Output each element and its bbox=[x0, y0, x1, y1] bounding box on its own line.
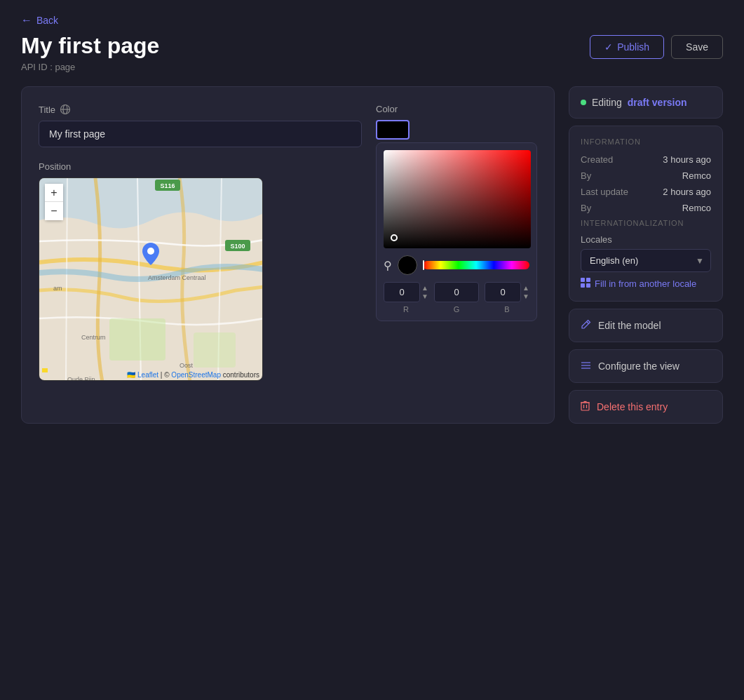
svg-rect-19 bbox=[581, 283, 585, 288]
r-input[interactable] bbox=[384, 282, 420, 302]
map-background: S116 S100 Amsterdam Centraal Centrum Oos… bbox=[39, 178, 263, 381]
header-actions: ✓ Publish Save bbox=[590, 14, 723, 59]
created-by-row: By Remco bbox=[581, 170, 711, 181]
svg-text:S116: S116 bbox=[160, 182, 175, 189]
by-label-1: By bbox=[581, 170, 591, 181]
created-value: 3 hours ago bbox=[663, 154, 711, 165]
attribution-contributors: contributors bbox=[223, 371, 259, 379]
edit-model-button[interactable]: Edit the model bbox=[569, 309, 723, 342]
r-label: R bbox=[403, 305, 409, 314]
delete-entry-button[interactable]: Delete this entry bbox=[569, 390, 723, 424]
b-up-arrow[interactable]: ▲ bbox=[522, 285, 529, 292]
color-tools-row: ⚲ bbox=[384, 255, 529, 275]
color-gradient[interactable] bbox=[384, 150, 531, 248]
svg-rect-15 bbox=[42, 368, 48, 372]
created-row: Created 3 hours ago bbox=[581, 154, 711, 165]
b-down-arrow[interactable]: ▼ bbox=[522, 293, 529, 300]
color-section: Color ⚲ bbox=[376, 104, 537, 381]
right-panel: Editing draft version INFORMATION Create… bbox=[569, 86, 723, 424]
rgb-inputs: ▲ ▼ R G bbox=[384, 282, 529, 314]
eyedropper-icon[interactable]: ⚲ bbox=[384, 259, 392, 272]
locales-label: Locales bbox=[581, 234, 711, 245]
svg-rect-20 bbox=[586, 283, 590, 288]
r-arrows: ▲ ▼ bbox=[421, 285, 428, 300]
zoom-in-button[interactable]: + bbox=[45, 184, 63, 202]
page-title: My first page bbox=[21, 32, 159, 59]
map-zoom-controls: + − bbox=[45, 184, 63, 220]
svg-rect-9 bbox=[194, 332, 236, 368]
locale-select-wrap: English (en) ▼ bbox=[581, 249, 711, 272]
color-cursor bbox=[391, 234, 398, 241]
b-arrows: ▲ ▼ bbox=[522, 285, 529, 300]
delete-icon bbox=[581, 401, 590, 413]
configure-view-icon bbox=[581, 360, 591, 372]
configure-view-button[interactable]: Configure the view bbox=[569, 349, 723, 383]
hue-slider[interactable] bbox=[423, 261, 529, 269]
check-icon: ✓ bbox=[604, 41, 613, 53]
save-button[interactable]: Save bbox=[671, 35, 723, 59]
delete-entry-label: Delete this entry bbox=[597, 401, 668, 412]
main-content: Title Position bbox=[0, 79, 744, 445]
back-arrow-icon: ← bbox=[21, 14, 32, 27]
color-preview[interactable] bbox=[376, 120, 410, 140]
updated-by-row: By Remco bbox=[581, 203, 711, 213]
svg-text:Centrum: Centrum bbox=[81, 334, 106, 341]
information-section-title: INFORMATION bbox=[581, 137, 711, 146]
title-input[interactable] bbox=[39, 121, 362, 147]
hue-thumb bbox=[423, 260, 424, 270]
back-button[interactable]: ← Back bbox=[21, 14, 159, 27]
last-update-row: Last update 2 hours ago bbox=[581, 187, 711, 197]
by-value-2: Remco bbox=[682, 203, 711, 213]
draft-version-label: draft version bbox=[628, 97, 687, 108]
created-label: Created bbox=[581, 154, 613, 165]
last-update-value: 2 hours ago bbox=[663, 187, 711, 197]
fill-locale-button[interactable]: Fill in from another locale bbox=[581, 278, 711, 290]
position-label: Position bbox=[39, 161, 362, 172]
title-section: Title Position bbox=[39, 104, 362, 381]
by-label-2: By bbox=[581, 203, 591, 213]
header-left: ← Back My first page API ID : page bbox=[21, 14, 159, 72]
map-container[interactable]: S116 S100 Amsterdam Centraal Centrum Oos… bbox=[39, 177, 263, 381]
form-panel: Title Position bbox=[21, 86, 555, 424]
map-pin bbox=[142, 243, 159, 269]
info-card: INFORMATION Created 3 hours ago By Remco… bbox=[569, 126, 723, 302]
edit-model-label: Edit the model bbox=[598, 320, 661, 331]
status-dot bbox=[581, 100, 586, 105]
g-field-wrap: G bbox=[434, 282, 479, 314]
b-input[interactable] bbox=[485, 282, 521, 302]
svg-text:Amsterdam Centraal: Amsterdam Centraal bbox=[148, 274, 206, 281]
api-id: API ID : page bbox=[21, 62, 159, 72]
editing-prefix: Editing bbox=[592, 97, 622, 108]
color-current-circle bbox=[398, 255, 417, 275]
g-input[interactable] bbox=[434, 282, 479, 302]
osm-link[interactable]: OpenStreetMap bbox=[171, 371, 221, 379]
locale-select[interactable]: English (en) bbox=[581, 249, 711, 272]
svg-rect-24 bbox=[581, 403, 589, 410]
svg-text:Oude Pijp: Oude Pijp bbox=[67, 376, 95, 381]
r-up-arrow[interactable]: ▲ bbox=[421, 285, 428, 292]
b-label: B bbox=[504, 305, 509, 314]
title-field-label: Title bbox=[39, 104, 362, 115]
page-header: ← Back My first page API ID : page ✓ Pub… bbox=[0, 0, 744, 79]
fill-locale-icon bbox=[581, 278, 590, 290]
attribution-separator: | © bbox=[161, 371, 172, 379]
r-down-arrow[interactable]: ▼ bbox=[421, 293, 428, 300]
fill-locale-label: Fill in from another locale bbox=[595, 278, 696, 289]
edit-model-icon bbox=[581, 319, 591, 332]
svg-text:Oost: Oost bbox=[180, 362, 194, 369]
leaflet-link[interactable]: Leaflet bbox=[137, 371, 158, 379]
svg-text:am: am bbox=[53, 285, 62, 292]
g-label: G bbox=[454, 305, 460, 314]
intl-section-title: INTERNATIONALIZATION bbox=[581, 219, 711, 227]
last-update-label: Last update bbox=[581, 187, 628, 197]
color-picker-popup: ⚲ ▲ bbox=[376, 142, 537, 321]
back-label: Back bbox=[36, 15, 58, 26]
globe-icon bbox=[60, 104, 71, 115]
by-value-1: Remco bbox=[682, 170, 711, 181]
title-label-text: Title bbox=[39, 105, 55, 115]
publish-label: Publish bbox=[617, 41, 649, 53]
color-label: Color bbox=[376, 104, 537, 114]
draft-badge: Editing draft version bbox=[569, 86, 723, 119]
zoom-out-button[interactable]: − bbox=[45, 202, 63, 220]
publish-button[interactable]: ✓ Publish bbox=[590, 35, 664, 59]
